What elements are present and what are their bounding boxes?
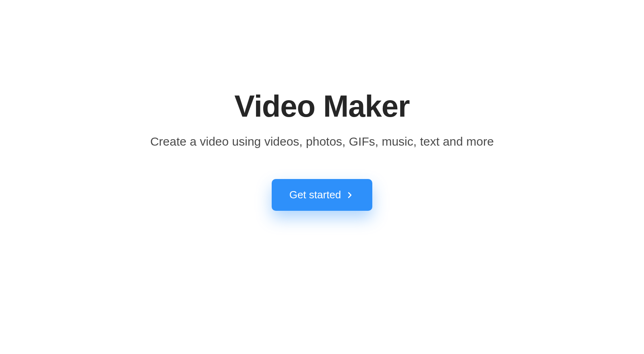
chevron-right-icon [345, 190, 355, 200]
hero-title: Video Maker [234, 88, 409, 123]
get-started-button[interactable]: Get started [272, 179, 373, 211]
hero-subtitle: Create a video using videos, photos, GIF… [150, 135, 494, 148]
get-started-label: Get started [289, 189, 341, 201]
